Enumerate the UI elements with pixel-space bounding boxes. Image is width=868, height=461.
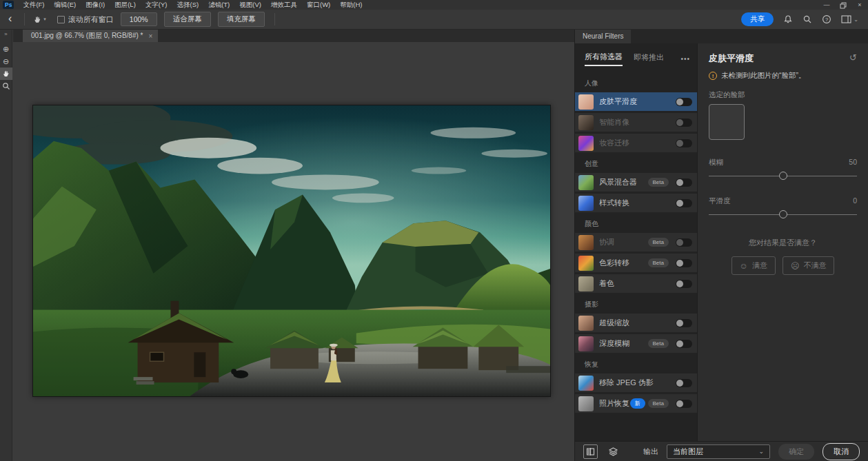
zoom-out-tool[interactable]: ⊖ <box>0 55 12 68</box>
minimize-button[interactable]: — <box>818 0 835 10</box>
filter-name: 超级缩放 <box>599 318 629 328</box>
menu-item-4[interactable]: 文字(Y) <box>141 0 172 10</box>
filter-toggle[interactable] <box>676 98 692 106</box>
filter-badges <box>672 379 692 387</box>
bell-icon[interactable] <box>783 14 793 24</box>
more-options-icon[interactable]: ••• <box>680 55 690 63</box>
filter-row[interactable]: 协调Beta <box>575 233 697 252</box>
menu-item-10[interactable]: 帮助(H) <box>335 0 367 10</box>
slider-thumb[interactable] <box>779 210 787 218</box>
filter-section-title: 恢复 <box>585 360 697 369</box>
tool-strip: » ⊕ ⊖ <box>0 30 12 461</box>
menu-item-5[interactable]: 选择(S) <box>172 0 203 10</box>
filter-detail-title: 皮肤平滑度 <box>709 52 754 65</box>
fill-screen-button[interactable]: 填充屏幕 <box>218 12 265 27</box>
neural-filters-panel: Neural Filters 所有筛选器 即将推出 ••• 人像皮肤平滑度智能肖… <box>574 30 868 461</box>
filter-toggle[interactable] <box>676 238 692 247</box>
filter-row[interactable]: 超级缩放 <box>575 314 697 332</box>
zoom-in-tool[interactable]: ⊕ <box>0 43 12 55</box>
scroll-all-windows-checkbox[interactable] <box>57 16 65 23</box>
filter-toggle[interactable] <box>676 178 692 187</box>
workspace-switcher[interactable]: ⌄ <box>841 15 858 23</box>
search-icon[interactable] <box>803 14 812 24</box>
filter-toggle[interactable] <box>676 400 692 408</box>
tab-coming-soon[interactable]: 即将推出 <box>634 52 664 65</box>
filter-toggle[interactable] <box>676 199 692 207</box>
close-tab-icon[interactable]: × <box>148 32 152 40</box>
feedback-dislike-button[interactable]: ☹ 不满意 <box>783 256 835 275</box>
share-button[interactable]: 共享 <box>741 12 774 26</box>
options-right-tools: 共享 ? ⌄ <box>741 12 868 26</box>
filter-list: 所有筛选器 即将推出 ••• 人像皮肤平滑度智能肖像妆容迁移创意风景混合器Bet… <box>575 43 697 441</box>
filter-name: 样式转换 <box>599 198 629 208</box>
filter-thumbnail <box>578 376 594 391</box>
feedback-section: 您对结果是否满意？ ☺ 满意 ☹ 不满意 <box>709 238 857 275</box>
canvas-image[interactable] <box>32 105 551 397</box>
frown-icon: ☹ <box>791 261 800 271</box>
neural-filters-footer: 输出 当前图层 ⌄ 确定 取消 <box>575 441 868 461</box>
filter-row[interactable]: 妆容迁移 <box>575 134 697 152</box>
filter-toggle[interactable] <box>676 319 692 327</box>
filter-row[interactable]: 深度模糊Beta <box>575 334 697 353</box>
filter-row[interactable]: 样式转换 <box>575 194 697 212</box>
filter-toggle[interactable] <box>676 259 692 267</box>
filter-badges: Beta <box>648 238 692 247</box>
document-tab[interactable]: 001.jpg @ 66.7% (图层 0, RGB/8#) * × <box>23 30 158 42</box>
zoom-tool[interactable] <box>0 80 12 92</box>
smile-icon: ☺ <box>740 261 748 271</box>
filter-toggle[interactable] <box>676 280 692 288</box>
output-select[interactable]: 当前图层 ⌄ <box>667 444 770 459</box>
ok-button[interactable]: 确定 <box>778 444 814 460</box>
filter-toggle[interactable] <box>676 379 692 387</box>
filter-row[interactable]: 照片恢复新Beta <box>575 394 697 413</box>
hand-tool-preset[interactable]: ▾ <box>29 15 50 24</box>
preview-split-button[interactable] <box>583 444 598 459</box>
menu-item-9[interactable]: 窗口(W) <box>302 0 335 10</box>
zoom-100-button[interactable]: 100% <box>121 12 157 26</box>
expand-panel-icon[interactable]: » <box>4 30 7 43</box>
main-area: » ⊕ ⊖ 001.jpg @ 66.7% (图层 0, RGB/8#) * <box>0 30 868 461</box>
menu-item-2[interactable]: 图像(I) <box>81 0 110 10</box>
cancel-button[interactable]: 取消 <box>822 443 860 460</box>
filter-row[interactable]: 皮肤平滑度 <box>575 92 697 111</box>
filter-row[interactable]: 风景混合器Beta <box>575 173 697 192</box>
feedback-like-button[interactable]: ☺ 满意 <box>731 256 776 275</box>
close-button[interactable]: × <box>851 0 868 10</box>
filter-row[interactable]: 移除 JPEG 伪影 <box>575 373 697 392</box>
feedback-question: 您对结果是否满意？ <box>709 238 857 248</box>
slider-track[interactable] <box>709 172 857 181</box>
menu-item-1[interactable]: 编辑(E) <box>50 0 81 10</box>
filter-name: 风景混合器 <box>599 177 637 187</box>
filter-row[interactable]: 着色 <box>575 274 697 293</box>
menu-item-7[interactable]: 视图(V) <box>234 0 266 10</box>
menu-item-0[interactable]: 文件(F) <box>18 0 49 10</box>
hand-tool[interactable] <box>0 68 12 80</box>
filter-toggle[interactable] <box>676 340 692 348</box>
show-layers-button[interactable] <box>606 444 620 459</box>
options-bar: ‹ ▾ 滚动所有窗口 100% 适合屏幕 填充屏幕 共享 ? <box>0 10 868 30</box>
filter-row[interactable]: 智能肖像 <box>575 113 697 132</box>
menu-item-8[interactable]: 增效工具 <box>266 0 302 10</box>
filter-section-title: 颜色 <box>585 219 697 229</box>
reset-icon[interactable]: ↺ <box>849 52 857 63</box>
restore-button[interactable] <box>835 1 851 9</box>
fit-screen-button[interactable]: 适合屏幕 <box>164 12 211 27</box>
toggle-knob <box>676 119 683 126</box>
help-icon[interactable]: ? <box>822 14 831 24</box>
filter-toggle[interactable] <box>676 139 692 147</box>
tab-all-filters[interactable]: 所有筛选器 <box>585 52 623 66</box>
filter-row[interactable]: 色彩转移Beta <box>575 254 697 272</box>
slider-thumb[interactable] <box>779 172 787 180</box>
selected-face-thumbnail[interactable] <box>709 104 745 140</box>
beta-badge: Beta <box>648 238 669 247</box>
filter-name: 照片恢复 <box>599 398 629 409</box>
restore-icon <box>840 2 847 9</box>
slider-track[interactable] <box>709 210 857 220</box>
neural-filters-tab[interactable]: Neural Filters <box>575 30 631 43</box>
filter-toggle[interactable] <box>676 119 692 127</box>
menu-item-6[interactable]: 滤镜(T) <box>203 0 234 10</box>
menu-item-3[interactable]: 图层(L) <box>110 0 141 10</box>
back-icon[interactable]: ‹ <box>0 12 20 26</box>
filter-thumbnail <box>578 115 594 130</box>
filter-badges <box>672 199 692 207</box>
